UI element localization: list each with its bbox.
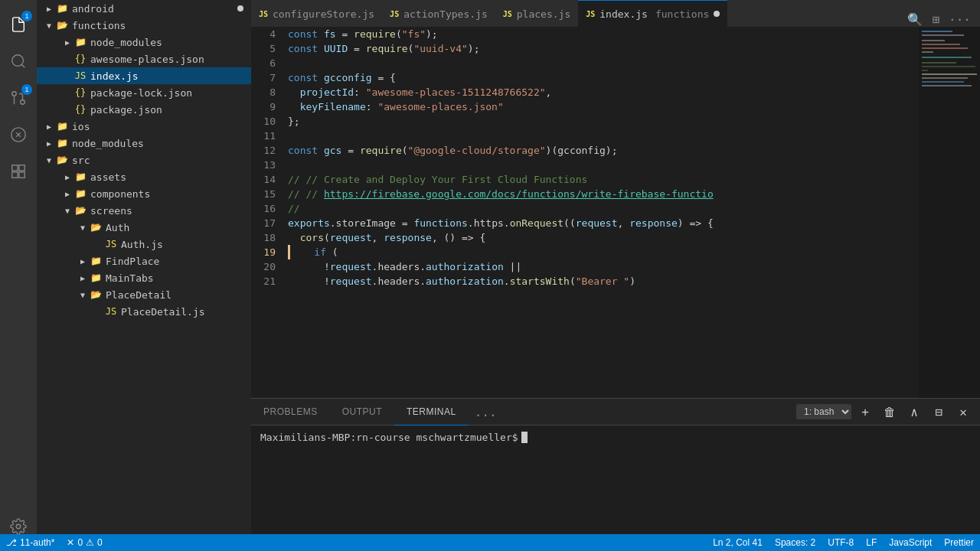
terminal-tab-output[interactable]: OUTPUT <box>330 399 394 425</box>
sidebar-item-maintabs[interactable]: ▶ 📁 MainTabs <box>37 269 251 286</box>
code-line <box>288 56 968 70</box>
formatter-item[interactable]: Prettier <box>938 534 980 551</box>
tab-actiontypes[interactable]: JS actionTypes.js <box>382 0 495 27</box>
terminal-cursor <box>521 432 528 443</box>
bash-selector[interactable]: 1: bash <box>796 404 851 419</box>
code-line: !request.headers.authorization || <box>288 259 968 274</box>
svg-rect-18 <box>922 62 956 64</box>
spaces-item[interactable]: Spaces: 2 <box>769 534 822 551</box>
sidebar-item-screens[interactable]: ▼ 📂 screens <box>37 202 251 219</box>
sidebar-item-placedetail[interactable]: ▼ 📂 PlaceDetail <box>37 286 251 303</box>
git-icon: ⎇ <box>6 537 17 548</box>
editor-area: 4 5 6 7 8 9 10 11 12 13 14 15 16 17 18 1… <box>251 27 968 398</box>
arrow-icon: ▼ <box>43 156 55 165</box>
sidebar-item-android[interactable]: ▶ 📁 android <box>37 0 251 17</box>
sidebar-item-assets[interactable]: ▶ 📁 assets <box>37 168 251 185</box>
terminal-tab-more[interactable]: ... <box>469 405 503 419</box>
sidebar-item-auth-js[interactable]: JS Auth.js <box>37 236 251 253</box>
source-control-badge: 1 <box>21 84 32 95</box>
sidebar-item-placedetail-js[interactable]: JS PlaceDetail.js <box>37 303 251 320</box>
tab-configurestore[interactable]: JS configureStore.js <box>251 0 382 27</box>
source-control-icon[interactable]: 1 <box>0 80 37 116</box>
line-ending-label: LF <box>866 537 877 548</box>
sidebar-item-ios[interactable]: ▶ 📁 ios <box>37 118 251 135</box>
sidebar-item-auth[interactable]: ▼ 📂 Auth <box>37 219 251 236</box>
sidebar-item-node-modules2[interactable]: ▶ 📁 node_modules <box>37 135 251 152</box>
error-icon: ✕ <box>67 537 74 548</box>
code-line: const gcs = require("@google-cloud/stora… <box>288 143 968 158</box>
tab-index-js[interactable]: JS index.js functions <box>578 0 727 27</box>
spaces-label: Spaces: 2 <box>775 537 815 548</box>
sidebar: ▶ 📁 android ▼ 📂 functions ▶ 📁 node_modul… <box>37 0 251 551</box>
sidebar-item-findplace[interactable]: ▶ 📁 FindPlace <box>37 253 251 269</box>
split-editor-icon[interactable]: ⊞ <box>929 12 942 27</box>
encoding-label: UTF-8 <box>828 537 854 548</box>
sidebar-item-awesome-places-json[interactable]: {} awesome-places.json <box>37 51 251 67</box>
terminal-tab-problems[interactable]: PROBLEMS <box>251 399 330 425</box>
code-line: const UUID = require("uuid-v4"); <box>288 41 968 56</box>
tab-modified-dot <box>714 11 720 17</box>
code-line: !request.headers.authorization.startsWit… <box>288 274 968 289</box>
line-ending-item[interactable]: LF <box>860 534 883 551</box>
close-terminal-button[interactable]: ✕ <box>952 401 974 422</box>
error-count: 0 <box>77 537 83 548</box>
sidebar-item-src[interactable]: ▼ 📂 src <box>37 152 251 168</box>
code-line: // // Create and Deploy Your First Cloud… <box>288 172 968 187</box>
extensions-icon[interactable] <box>0 153 37 190</box>
terminal-actions: 1: bash + 🗑 ∧ ⊟ ✕ <box>796 401 980 422</box>
encoding-item[interactable]: UTF-8 <box>822 534 860 551</box>
svg-rect-19 <box>922 66 975 67</box>
tab-subtitle: functions <box>655 8 709 20</box>
formatter-label: Prettier <box>944 537 974 548</box>
scroll-up-button[interactable]: ∧ <box>903 401 925 422</box>
files-icon[interactable]: 1 <box>0 6 37 43</box>
code-editor[interactable]: const fs = require("fs"); const UUID = r… <box>282 27 968 398</box>
delete-terminal-button[interactable]: 🗑 <box>879 401 900 422</box>
more-actions-icon[interactable]: ··· <box>946 12 974 27</box>
cursor-position-label: Ln 2, Col 41 <box>713 537 763 548</box>
svg-rect-22 <box>922 77 968 79</box>
arrow-icon: ▶ <box>43 122 55 131</box>
sidebar-item-components[interactable]: ▶ 📁 components <box>37 185 251 202</box>
line-numbers: 4 5 6 7 8 9 10 11 12 13 14 15 16 17 18 1… <box>251 27 282 398</box>
add-terminal-button[interactable]: + <box>854 401 876 422</box>
sidebar-item-node-modules[interactable]: ▶ 📁 node_modules <box>37 34 251 51</box>
svg-rect-11 <box>922 31 952 32</box>
minimap <box>919 27 980 398</box>
code-line: const gcconfig = { <box>288 70 968 85</box>
svg-rect-24 <box>922 85 972 86</box>
debug-icon[interactable] <box>0 116 37 153</box>
status-left: ⎇ 11-auth* ✕ 0 ⚠ 0 <box>0 534 109 551</box>
code-line <box>288 129 968 143</box>
sidebar-item-package-lock[interactable]: {} package-lock.json <box>37 84 251 101</box>
svg-rect-21 <box>922 73 977 75</box>
search-icon[interactable] <box>0 43 37 80</box>
cursor-position-item[interactable]: Ln 2, Col 41 <box>707 534 769 551</box>
minimap-canvas <box>919 27 980 398</box>
svg-rect-17 <box>922 57 972 58</box>
search-editor-icon[interactable]: 🔍 <box>904 12 926 27</box>
sidebar-item-package-json[interactable]: {} package.json <box>37 101 251 118</box>
arrow-icon: ▶ <box>61 190 74 198</box>
errors-item[interactable]: ✕ 0 ⚠ 0 <box>60 534 108 551</box>
modified-dot <box>237 5 243 11</box>
sidebar-item-index-js[interactable]: JS index.js <box>37 67 251 84</box>
sidebar-item-functions[interactable]: ▼ 📂 functions <box>37 17 251 34</box>
svg-point-2 <box>21 100 25 105</box>
tab-places[interactable]: JS places.js <box>495 0 579 27</box>
svg-rect-13 <box>922 40 945 41</box>
svg-rect-12 <box>922 34 964 36</box>
split-terminal-button[interactable]: ⊟ <box>928 401 949 422</box>
language-item[interactable]: JavaScript <box>883 534 938 551</box>
terminal-tab-terminal[interactable]: TERMINAL <box>394 399 469 425</box>
arrow-icon: ▶ <box>77 274 89 282</box>
arrow-icon: ▶ <box>43 139 55 148</box>
terminal-tabs-bar: PROBLEMS OUTPUT TERMINAL ... 1: bash + 🗑… <box>251 399 980 425</box>
git-branch-label: 11-auth* <box>20 537 54 548</box>
svg-rect-16 <box>922 51 933 53</box>
tab-label: places.js <box>517 8 570 20</box>
terminal-body[interactable]: Maximilians-MBP:rn-course mschwartzmuell… <box>251 425 980 534</box>
git-branch-item[interactable]: ⎇ 11-auth* <box>0 534 60 551</box>
code-line: keyFilename: "awesome-places.json" <box>288 99 968 114</box>
warning-count: 0 <box>97 537 103 548</box>
